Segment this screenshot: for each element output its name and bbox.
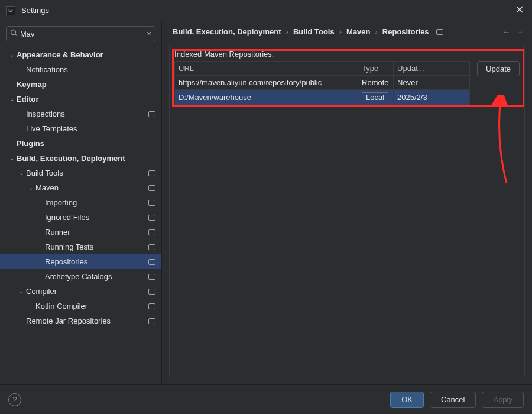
titlebar: IJ Settings [0, 0, 532, 21]
cancel-button[interactable]: Cancel [430, 392, 476, 408]
search-input[interactable] [20, 30, 147, 38]
reset-icon[interactable] [436, 29, 443, 35]
sidebar-item-label: Archetype Catalogs [45, 272, 161, 281]
chevron-down-icon: ⌄ [26, 185, 35, 191]
table-row[interactable]: D:/Maven/warehouseLocal2025/2/3 [175, 90, 470, 105]
sidebar-item-live-templates[interactable]: Live Templates [0, 121, 161, 136]
chevron-right-icon: › [375, 27, 378, 36]
window-title: Settings [21, 6, 513, 15]
sidebar-item-kotlin-compiler[interactable]: Kotlin Compiler [0, 299, 161, 313]
chevron-down-icon: ⌄ [17, 170, 26, 176]
cell-type[interactable]: Remote [358, 76, 394, 90]
sidebar-item-label: Kotlin Compiler [35, 302, 161, 310]
settings-tree: ⌄Appearance & BehaviorNotificationsKeyma… [0, 46, 161, 384]
content-pane: Build, Execution, Deployment › Build Too… [162, 21, 532, 384]
project-scope-icon [148, 229, 155, 235]
apply-button: Apply [482, 392, 524, 408]
section-label: Indexed Maven Repositories: [170, 46, 524, 61]
search-box[interactable]: × [6, 26, 155, 41]
sidebar-item-label: Inspections [26, 109, 161, 118]
cell-url[interactable]: https://maven.aliyun.com/repository/publ… [175, 76, 358, 90]
sidebar-item-importing[interactable]: Importing [0, 195, 161, 210]
sidebar-item-label: Keymap [17, 80, 161, 89]
cell-type[interactable]: Local [358, 90, 394, 105]
sidebar-item-label: Remote Jar Repositories [26, 316, 161, 325]
chevron-down-icon: ⌄ [17, 288, 26, 295]
col-url[interactable]: URL [175, 62, 358, 76]
chevron-right-icon: › [286, 27, 288, 36]
sidebar-item-label: Compiler [26, 287, 161, 296]
sidebar-item-label: Plugins [17, 139, 161, 148]
crumb-2[interactable]: Maven [346, 27, 370, 36]
sidebar-item-runner[interactable]: Runner [0, 225, 161, 240]
sidebar-item-remote-jar-repositories[interactable]: Remote Jar Repositories [0, 313, 161, 328]
project-scope-icon [148, 303, 155, 309]
project-scope-icon [148, 259, 155, 265]
table-row[interactable]: https://maven.aliyun.com/repository/publ… [175, 76, 470, 90]
chevron-right-icon: › [339, 27, 342, 36]
sidebar-item-label: Editor [17, 95, 161, 104]
sidebar-item-compiler[interactable]: ⌄Compiler [0, 284, 161, 299]
chevron-down-icon: ⌄ [7, 155, 17, 161]
crumb-0[interactable]: Build, Execution, Deployment [173, 27, 281, 36]
ok-button[interactable]: OK [390, 392, 424, 408]
sidebar-item-label: Build, Execution, Deployment [17, 154, 161, 163]
sidebar-item-build-execution-deployment[interactable]: ⌄Build, Execution, Deployment [0, 151, 161, 166]
project-scope-icon [148, 185, 155, 191]
cell-updated[interactable]: 2025/2/3 [394, 90, 470, 105]
project-scope-icon [148, 215, 155, 221]
sidebar-item-label: Ignored Files [45, 213, 161, 222]
sidebar-item-maven[interactable]: ⌄Maven [0, 180, 161, 195]
sidebar-item-plugins[interactable]: Plugins [0, 136, 161, 151]
clear-search-icon[interactable]: × [147, 29, 151, 38]
breadcrumb: Build, Execution, Deployment › Build Too… [162, 21, 532, 42]
close-icon[interactable] [513, 3, 526, 18]
svg-point-0 [11, 30, 16, 35]
sidebar: × ⌄Appearance & BehaviorNotificationsKey… [0, 21, 162, 384]
update-button[interactable]: Update [477, 61, 520, 76]
col-type[interactable]: Type [358, 62, 394, 76]
sidebar-item-archetype-catalogs[interactable]: Archetype Catalogs [0, 269, 161, 284]
project-scope-icon [148, 274, 155, 280]
project-scope-icon [148, 111, 155, 117]
crumb-1[interactable]: Build Tools [293, 27, 335, 36]
nav-arrows: ← → [502, 27, 524, 36]
main-area: Indexed Maven Repositories: URL Type Upd… [169, 46, 525, 377]
cell-url[interactable]: D:/Maven/warehouse [175, 90, 358, 105]
app-icon: IJ [6, 6, 15, 15]
sidebar-item-label: Runner [45, 228, 161, 237]
col-updated[interactable]: Updat... [394, 62, 470, 76]
project-scope-icon [148, 289, 155, 295]
sidebar-item-editor[interactable]: ⌄Editor [0, 92, 161, 106]
svg-line-1 [15, 34, 18, 37]
sidebar-item-appearance-behavior[interactable]: ⌄Appearance & Behavior [0, 47, 161, 62]
sidebar-item-label: Importing [45, 198, 161, 207]
chevron-down-icon: ⌄ [7, 51, 17, 58]
sidebar-item-build-tools[interactable]: ⌄Build Tools [0, 166, 161, 180]
help-button[interactable]: ? [8, 393, 21, 406]
repositories-table[interactable]: URL Type Updat... https://maven.aliyun.c… [174, 61, 470, 105]
footer: ? OK Cancel Apply [0, 384, 532, 414]
cell-updated[interactable]: Never [394, 76, 470, 90]
project-scope-icon [148, 244, 155, 250]
project-scope-icon [148, 318, 155, 324]
sidebar-item-ignored-files[interactable]: Ignored Files [0, 210, 161, 225]
sidebar-item-label: Notifications [26, 65, 161, 74]
sidebar-item-inspections[interactable]: Inspections [0, 106, 161, 121]
sidebar-item-repositories[interactable]: Repositories [0, 254, 161, 269]
back-icon[interactable]: ← [502, 27, 510, 36]
crumb-3[interactable]: Repositories [382, 27, 429, 36]
sidebar-item-label: Appearance & Behavior [17, 50, 161, 59]
sidebar-item-label: Repositories [45, 257, 161, 266]
project-scope-icon [148, 170, 155, 176]
sidebar-item-label: Maven [35, 183, 161, 192]
sidebar-item-keymap[interactable]: Keymap [0, 77, 161, 92]
annotation-arrow [489, 95, 512, 189]
sidebar-item-label: Live Templates [26, 124, 161, 133]
chevron-down-icon: ⌄ [7, 96, 17, 102]
forward-icon[interactable]: → [516, 27, 524, 36]
sidebar-item-running-tests[interactable]: Running Tests [0, 240, 161, 254]
project-scope-icon [148, 200, 155, 206]
search-icon [10, 29, 18, 38]
sidebar-item-notifications[interactable]: Notifications [0, 62, 161, 77]
